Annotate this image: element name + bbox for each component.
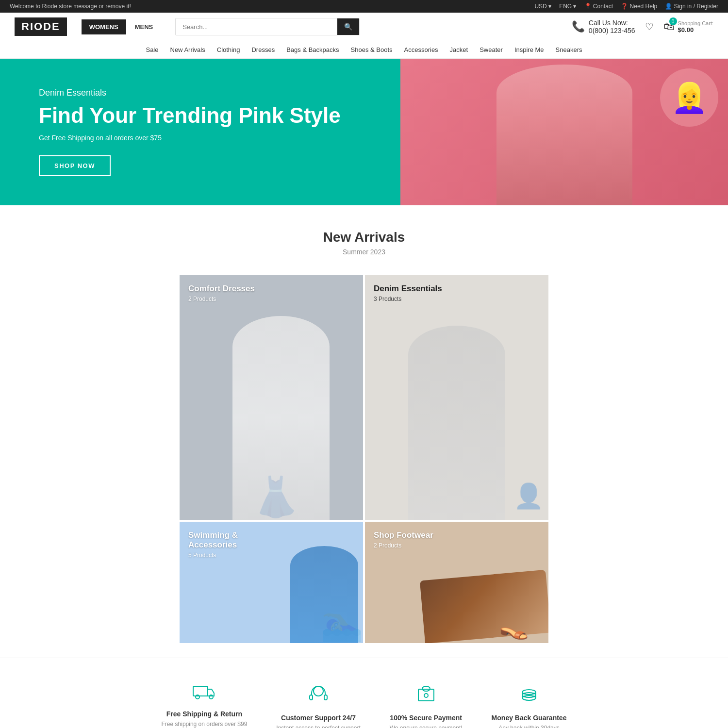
footwear-label: Shop Footwear 2 Products [374,530,433,549]
hero-shipping: Get Free Shipping on all orders over $75 [39,134,362,142]
nav-bags[interactable]: Bags & Backpacks [286,46,339,53]
comfort-dresses-title: Comfort Dresses [188,284,255,294]
wishlist-button[interactable]: ♡ [645,21,654,33]
nav-jacket[interactable]: Jacket [450,46,468,53]
nav-sneakers[interactable]: Sneakers [556,46,582,53]
nav-clothing[interactable]: Clothing [217,46,240,53]
feature-secure-title: 100% Secure Payment [390,714,462,722]
feature-money-back-title: Money Back Guarantee [492,714,567,722]
nav-accessories[interactable]: Accessories [404,46,438,53]
feature-support-title: Customer Support 24/7 [281,714,356,722]
comfort-dresses-count: 2 Products [188,296,255,302]
denim-model-figure [408,326,505,520]
denim-model-icon: 👤 [513,482,544,510]
comfort-dresses-label: Comfort Dresses 2 Products [188,284,255,302]
feature-secure-desc: We ensure secure payment! [390,725,463,728]
hero-title: Find Your Trending Pink Style [39,104,362,127]
truck-icon [193,682,216,704]
denim-title: Denim Essentials [374,284,442,294]
hero-banner: Denim Essentials Find Your Trending Pink… [0,59,728,205]
announcement-right-links: USD ▾ ENG ▾ 📍 Contact ❓ Need Help 👤 Sign… [534,3,718,10]
cart-amount: $0.00 [678,26,713,33]
search-input[interactable] [176,18,337,35]
hero-right: 👱‍♀️ [400,59,728,205]
phone-block: 📞 Call Us Now: 0(800) 123-456 [572,19,635,34]
product-card-swimming[interactable]: Swimming &Accessories 5 Products 🏊‍♀️ [180,522,363,643]
svg-point-8 [424,694,428,697]
product-card-comfort-dresses[interactable]: Comfort Dresses 2 Products 👗 [180,275,363,520]
product-grid: Comfort Dresses 2 Products 👗 Swimming &A… [170,275,558,643]
swimming-count: 5 Products [188,552,238,559]
search-button[interactable]: 🔍 [337,18,359,35]
hero-subtitle: Denim Essentials [39,88,362,98]
swimming-model-figure [290,546,358,643]
nav-dresses[interactable]: Dresses [251,46,275,53]
shoe-figure [420,570,548,643]
hero-left: Denim Essentials Find Your Trending Pink… [0,59,400,205]
header: RIODE WOMENS MENS 🔍 📞 Call Us Now: 0(800… [0,13,728,41]
svg-rect-4 [310,695,313,700]
cart-icon-wrap: 🛍 0 [663,20,674,33]
svg-rect-0 [193,686,208,696]
need-help-link[interactable]: ❓ Need Help [621,3,657,10]
phone-number[interactable]: 0(800) 123-456 [589,27,635,34]
footwear-title: Shop Footwear [374,530,433,540]
contact-link[interactable]: 📍 Contact [584,3,613,10]
header-right: 📞 Call Us Now: 0(800) 123-456 ♡ 🛍 0 Shop… [572,19,713,34]
announcement-message: Welcome to Riode store message or remove… [10,3,131,10]
feature-free-shipping: Free Shipping & Return Free shipping on … [162,682,248,728]
cart-block[interactable]: 🛍 0 Shopping Cart: $0.00 [663,20,713,33]
feature-money-back-desc: Any back within 30days [498,725,559,728]
hero-model-icon: 👱‍♀️ [660,68,718,127]
shoe-icon: 👡 [499,612,529,641]
announcement-bar: Welcome to Riode store message or remove… [0,0,728,13]
nav-pills: WOMENS MENS [82,19,161,34]
nav-new-arrivals[interactable]: New Arrivals [170,46,205,53]
denim-label: Denim Essentials 3 Products [374,284,442,302]
features-row: Free Shipping & Return Free shipping on … [0,658,728,728]
feature-money-back: Money Back Guarantee Any back within 30d… [492,682,567,728]
feature-support: Customer Support 24/7 Instant access to … [276,682,360,728]
swimming-label: Swimming &Accessories 5 Products [188,530,238,559]
feature-shipping-title: Free Shipping & Return [166,710,242,718]
shop-now-button[interactable]: SHOP NOW [39,155,111,176]
logo[interactable]: RIODE [15,17,67,36]
product-card-footwear[interactable]: Shop Footwear 2 Products 👡 [365,522,548,643]
currency-selector[interactable]: USD ▾ [534,3,551,10]
hero-model-figure [496,65,632,205]
nav-sweater[interactable]: Sweater [480,46,503,53]
feature-shipping-desc: Free shipping on orders over $99 [162,721,248,728]
new-arrivals-title: New Arrivals [10,230,718,245]
secure-icon [415,682,437,708]
nav-inspire-me[interactable]: Inspire Me [514,46,544,53]
category-nav: Sale New Arrivals Clothing Dresses Bags … [0,41,728,59]
swimming-title: Swimming &Accessories [188,530,238,550]
money-icon [518,682,540,708]
comfort-model-icon: 👗 [252,474,300,520]
sign-in-link[interactable]: 👤 Sign in / Register [665,3,718,10]
footwear-count: 2 Products [374,542,433,549]
nav-womens[interactable]: WOMENS [82,19,126,34]
new-arrivals-subtitle: Summer 2023 [10,248,718,256]
nav-mens[interactable]: MENS [127,19,161,34]
nav-sale[interactable]: Sale [146,46,158,53]
cart-badge: 0 [669,17,677,25]
headset-icon [308,682,329,708]
product-card-denim[interactable]: Denim Essentials 3 Products 👤 [365,275,548,520]
language-selector[interactable]: ENG ▾ [559,3,576,10]
feature-support-desc: Instant access to perfect support [276,725,360,728]
phone-label: Call Us Now: [589,19,635,27]
svg-rect-5 [324,695,327,700]
denim-count: 3 Products [374,296,442,302]
nav-shoes[interactable]: Shoes & Boots [351,46,393,53]
new-arrivals-section: New Arrivals Summer 2023 [0,205,728,265]
cart-label: Shopping Cart: [678,20,713,26]
search-bar: 🔍 [175,18,360,35]
feature-secure-payment: 100% Secure Payment We ensure secure pay… [390,682,463,728]
